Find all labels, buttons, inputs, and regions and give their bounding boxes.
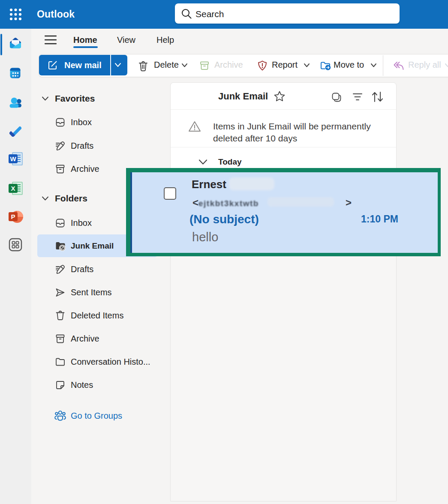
svg-text:X: X — [11, 185, 15, 192]
svg-text:W: W — [10, 155, 16, 162]
svg-text:P: P — [11, 213, 15, 220]
